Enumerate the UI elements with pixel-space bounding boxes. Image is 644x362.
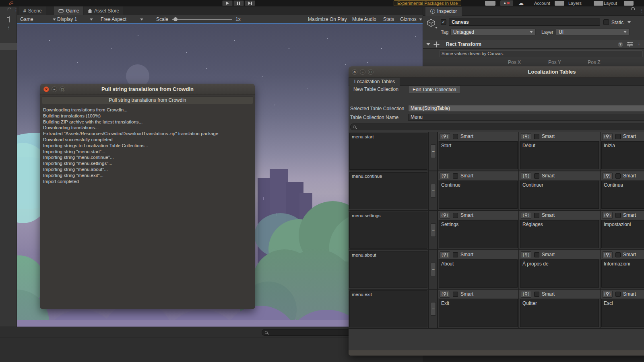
translation-text-field[interactable]: Début [520, 141, 599, 169]
translation-text-field[interactable]: Continua [601, 181, 644, 209]
collapsed-panel-handle[interactable] [0, 43, 17, 50]
metadata-button[interactable]: {} [521, 251, 531, 258]
layout-dropdown-label[interactable]: Layout [604, 1, 617, 6]
translation-text-field[interactable]: À propos de [520, 259, 599, 288]
key-cell-text[interactable]: menu.continue [349, 172, 427, 209]
tag-dropdown[interactable]: Untagged [450, 29, 536, 35]
collab-button[interactable]: ●✖ [500, 0, 513, 6]
localization-titlebar[interactable]: ✕ − □ Localization Tables [349, 66, 644, 78]
new-table-collection-button[interactable]: New Table Collection [349, 86, 402, 93]
tab-game[interactable]: Game [54, 6, 83, 15]
metadata-button[interactable]: {} [440, 251, 450, 258]
smart-checkbox[interactable] [453, 134, 458, 139]
play-button[interactable] [222, 0, 233, 6]
key-cell-text[interactable]: menu.settings [349, 212, 427, 249]
table-search-input[interactable] [356, 125, 625, 130]
layers-dropdown-button[interactable] [594, 1, 603, 6]
mute-audio-toggle[interactable]: Mute Audio [352, 15, 376, 23]
tab-scene[interactable]: # Scene [19, 6, 46, 15]
static-checkbox[interactable] [603, 19, 609, 25]
smart-checkbox[interactable] [534, 173, 539, 179]
metadata-button[interactable]: {} [602, 173, 613, 179]
crowdin-titlebar[interactable]: ✕ − □ Pull string translations from Crow… [40, 84, 255, 95]
translation-cell[interactable]: {}SmartEsci [601, 290, 644, 328]
table-collection-name-field[interactable]: Menu [408, 114, 644, 121]
smart-checkbox[interactable] [453, 292, 458, 297]
presets-icon[interactable] [627, 42, 633, 47]
display-dropdown[interactable]: Display 1 [57, 15, 93, 23]
layout-dropdown-button[interactable] [624, 1, 634, 6]
translation-cell[interactable]: {}SmartContinue [438, 171, 519, 210]
translation-cell[interactable]: {}SmartExit [438, 290, 519, 328]
slider-knob[interactable] [173, 17, 178, 21]
translation-text-field[interactable]: About [439, 259, 518, 288]
translation-text-field[interactable]: Réglages [520, 220, 599, 248]
key-cell[interactable]: menu.about [349, 250, 429, 289]
aspect-dropdown[interactable]: Free Aspect [101, 15, 143, 23]
translation-cell[interactable]: {}SmartSettings [438, 211, 519, 249]
translation-text-field[interactable]: Esci [601, 299, 644, 327]
maximize-button[interactable]: □ [60, 86, 65, 92]
edit-table-collection-button[interactable]: Edit Table Collection [408, 86, 461, 93]
translation-text-field[interactable]: Inizia [601, 141, 644, 169]
maximize-on-play-toggle[interactable]: Maximize On Play [308, 15, 347, 23]
smart-checkbox[interactable] [615, 173, 621, 179]
metadata-button[interactable]: {} [521, 212, 531, 219]
key-cell-text[interactable]: menu.start [349, 133, 427, 170]
key-cell-text[interactable]: menu.exit [349, 290, 427, 327]
tab-inspector[interactable]: i Inspector [425, 7, 462, 16]
foldout-arrow-icon[interactable] [426, 43, 430, 45]
metadata-button[interactable]: {} [521, 133, 531, 140]
close-button[interactable]: ✕ [43, 86, 49, 92]
metadata-button[interactable]: {} [602, 251, 613, 258]
pause-button[interactable] [233, 0, 244, 6]
layer-dropdown[interactable]: UI [556, 29, 630, 35]
translation-text-field[interactable]: Quitter [520, 299, 599, 327]
account-dropdown-button[interactable] [555, 1, 564, 6]
key-cell[interactable]: menu.settings [349, 211, 429, 249]
layers-dropdown-label[interactable]: Layers [568, 1, 582, 6]
cloud-services-icon[interactable]: ☁ [518, 0, 524, 6]
static-dropdown-arrow[interactable] [627, 21, 631, 23]
inspector-kebab-icon[interactable]: ⋮ [640, 8, 644, 12]
metadata-button[interactable]: {} [602, 291, 613, 298]
metadata-button[interactable]: {} [521, 173, 531, 179]
key-cell-text[interactable]: menu.about [349, 251, 427, 288]
preview-packages-button[interactable] [485, 1, 495, 6]
icon-dropdown-arrow[interactable] [435, 27, 438, 29]
account-dropdown-label[interactable]: Account [534, 1, 550, 6]
metadata-button[interactable]: {} [440, 291, 450, 298]
smart-checkbox[interactable] [534, 213, 539, 218]
remove-entry-button[interactable]: − [431, 223, 436, 237]
translation-cell[interactable]: {}SmartStart [438, 132, 519, 171]
remove-entry-button[interactable]: − [431, 144, 436, 158]
translation-cell[interactable]: {}SmartAbout [438, 250, 519, 289]
step-button[interactable] [245, 0, 255, 6]
key-cell[interactable]: menu.continue [349, 171, 429, 210]
smart-checkbox[interactable] [453, 213, 458, 218]
translation-cell[interactable]: {}SmartÀ propos de [519, 250, 601, 289]
smart-checkbox[interactable] [453, 173, 458, 179]
remove-entry-button[interactable]: − [431, 263, 436, 276]
smart-checkbox[interactable] [615, 134, 621, 139]
tab-asset-store[interactable]: Asset Store [84, 6, 123, 15]
smart-checkbox[interactable] [615, 252, 621, 257]
object-name-field[interactable]: Canvas [449, 19, 600, 26]
translation-cell[interactable]: {}SmartDébut [519, 132, 601, 171]
experimental-packages-warning[interactable]: Experimental Packages In Use [394, 0, 461, 6]
metadata-button[interactable]: {} [521, 291, 531, 298]
metadata-button[interactable]: {} [602, 133, 613, 140]
translation-cell[interactable]: {}SmartContinuer [519, 171, 601, 210]
smart-checkbox[interactable] [615, 213, 621, 218]
panel-kebab-icon-2[interactable]: ⋮ [6, 25, 11, 29]
smart-checkbox[interactable] [534, 134, 539, 139]
panel-kebab-icon[interactable]: ⋮ [14, 8, 18, 12]
key-cell[interactable]: menu.exit [349, 290, 429, 328]
translation-cell[interactable]: {}SmartQuitter [519, 290, 601, 328]
stats-toggle[interactable]: Stats [383, 15, 394, 23]
translation-text-field[interactable]: Continuer [520, 181, 599, 209]
translation-cell[interactable]: {}SmartImpostazioni [601, 211, 644, 249]
minimize-button[interactable]: − [360, 69, 365, 75]
translation-cell[interactable]: {}SmartInizia [601, 132, 644, 171]
active-checkbox[interactable]: ✓ [441, 19, 446, 25]
